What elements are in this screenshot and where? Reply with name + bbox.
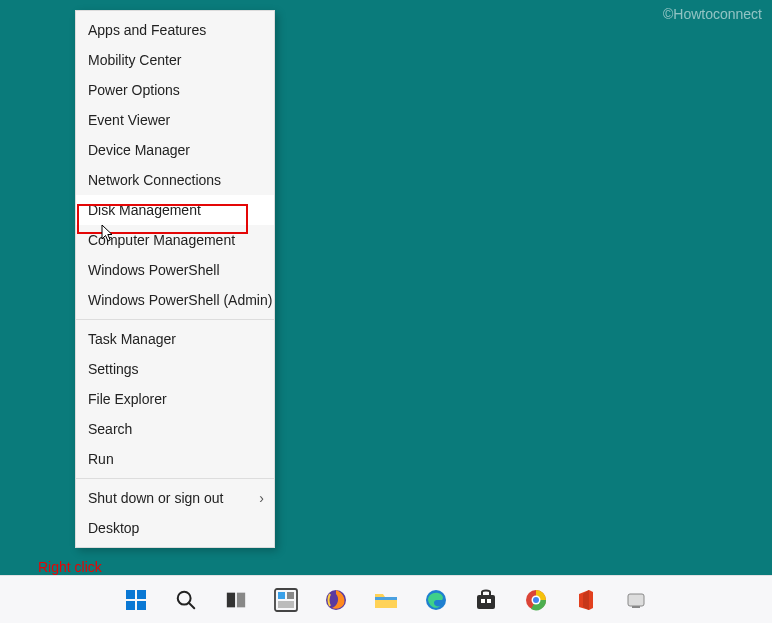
svg-rect-11 — [278, 592, 285, 599]
app-icon[interactable] — [622, 586, 650, 614]
menu-item-event-viewer[interactable]: Event Viewer — [76, 105, 274, 135]
start-icon[interactable] — [122, 586, 150, 614]
taskview-icon[interactable] — [222, 586, 250, 614]
office-icon[interactable] — [572, 586, 600, 614]
widgets-icon[interactable] — [272, 586, 300, 614]
menu-item-label: Search — [88, 421, 132, 437]
file-explorer-icon[interactable] — [372, 586, 400, 614]
svg-rect-2 — [126, 590, 135, 599]
menu-separator — [76, 319, 274, 320]
menu-item-label: Power Options — [88, 82, 180, 98]
menu-item-task-manager[interactable]: Task Manager — [76, 324, 274, 354]
menu-item-shutdown-signout[interactable]: Shut down or sign out — [76, 483, 274, 513]
menu-item-label: Apps and Features — [88, 22, 206, 38]
winx-context-menu: Apps and FeaturesMobility CenterPower Op… — [75, 10, 275, 548]
menu-item-label: Computer Management — [88, 232, 235, 248]
menu-item-label: Task Manager — [88, 331, 176, 347]
menu-item-apps-features[interactable]: Apps and Features — [76, 15, 274, 45]
svg-rect-24 — [632, 606, 640, 608]
menu-item-search[interactable]: Search — [76, 414, 274, 444]
menu-item-device-manager[interactable]: Device Manager — [76, 135, 274, 165]
menu-item-windows-powershell[interactable]: Windows PowerShell — [76, 255, 274, 285]
menu-item-label: Event Viewer — [88, 112, 170, 128]
menu-item-power-options[interactable]: Power Options — [76, 75, 274, 105]
menu-item-label: File Explorer — [88, 391, 167, 407]
svg-rect-4 — [126, 601, 135, 610]
menu-item-label: Disk Management — [88, 202, 201, 218]
menu-item-label: Network Connections — [88, 172, 221, 188]
annotation-label: Right click — [38, 559, 102, 575]
menu-item-mobility-center[interactable]: Mobility Center — [76, 45, 274, 75]
svg-point-22 — [533, 597, 539, 603]
firefox-icon[interactable] — [322, 586, 350, 614]
store-icon[interactable] — [472, 586, 500, 614]
menu-item-run[interactable]: Run — [76, 444, 274, 474]
menu-item-label: Settings — [88, 361, 139, 377]
menu-item-label: Desktop — [88, 520, 139, 536]
search-icon[interactable] — [172, 586, 200, 614]
taskbar — [0, 575, 772, 623]
menu-item-label: Device Manager — [88, 142, 190, 158]
menu-item-network-connections[interactable]: Network Connections — [76, 165, 274, 195]
svg-rect-9 — [237, 592, 245, 607]
menu-item-label: Windows PowerShell (Admin) — [88, 292, 272, 308]
svg-line-7 — [189, 602, 195, 608]
menu-item-computer-management[interactable]: Computer Management — [76, 225, 274, 255]
svg-rect-19 — [487, 599, 491, 603]
menu-item-label: Shut down or sign out — [88, 490, 223, 506]
svg-rect-17 — [477, 595, 495, 609]
menu-item-windows-powershell-admin[interactable]: Windows PowerShell (Admin) — [76, 285, 274, 315]
svg-rect-13 — [278, 601, 294, 608]
svg-rect-18 — [481, 599, 485, 603]
chrome-icon[interactable] — [522, 586, 550, 614]
svg-rect-8 — [227, 592, 235, 607]
menu-separator — [76, 478, 274, 479]
svg-rect-3 — [137, 590, 146, 599]
svg-rect-15 — [375, 597, 397, 600]
menu-item-disk-management[interactable]: Disk Management — [76, 195, 274, 225]
menu-item-label: Windows PowerShell — [88, 262, 220, 278]
svg-rect-5 — [137, 601, 146, 610]
menu-item-settings[interactable]: Settings — [76, 354, 274, 384]
svg-rect-12 — [287, 592, 294, 599]
menu-item-label: Mobility Center — [88, 52, 181, 68]
edge-icon[interactable] — [422, 586, 450, 614]
desktop-background: ©Howtoconnect Apps and FeaturesMobility … — [0, 0, 772, 623]
menu-item-file-explorer[interactable]: File Explorer — [76, 384, 274, 414]
watermark-text: ©Howtoconnect — [663, 6, 762, 22]
menu-item-label: Run — [88, 451, 114, 467]
menu-item-desktop[interactable]: Desktop — [76, 513, 274, 543]
svg-rect-23 — [628, 594, 644, 606]
